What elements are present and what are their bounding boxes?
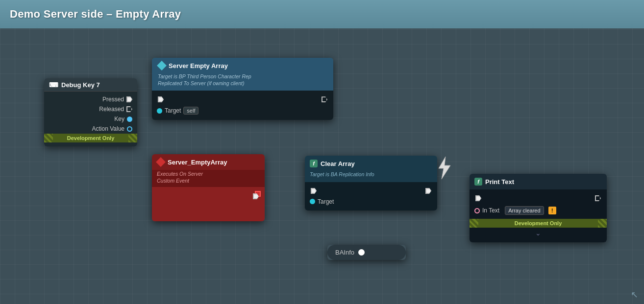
server-event-diamond <box>156 157 166 167</box>
title-bar: Demo Server side – Empty Array <box>0 0 644 28</box>
clear-exec-out <box>425 188 431 194</box>
clear-array-subtitle: Target is BA Replication Info <box>305 171 437 182</box>
chevron-down: ⌄ <box>470 228 607 238</box>
in-text-label: In Text <box>482 207 499 214</box>
key-value-pin <box>127 117 132 122</box>
print-text-body: In Text Array cleared ! Development Only… <box>470 189 607 242</box>
server-empty-array-header: Server Empty Array <box>152 58 333 73</box>
server-event-sub1: Executes On Server <box>157 171 203 177</box>
server-empty-array-title: Server Empty Array <box>169 62 228 70</box>
debug-key-title: Debug Key 7 <box>61 81 100 89</box>
server-empty-array-event-node: Server_EmptyArray Executes On Server Cus… <box>152 154 265 221</box>
sea-target-dot <box>157 108 162 114</box>
sea-exec-in <box>158 96 164 102</box>
clear-exec-in <box>311 188 317 194</box>
clear-target-label: Target <box>318 198 334 205</box>
pressed-exec-pin <box>126 96 132 102</box>
server-empty-array-subtitle: Target is BP Third Person Character Rep … <box>152 73 333 91</box>
corner-indicator: ↖ <box>631 289 638 300</box>
print-func-icon: f <box>474 178 482 186</box>
server-event-header: Server_EmptyArray <box>152 154 265 170</box>
print-text-title: Print Text <box>485 178 514 186</box>
sea-exec-out <box>322 96 327 102</box>
print-exec-out <box>595 195 601 201</box>
diamond-icon <box>157 61 167 70</box>
sea-target-label: Target <box>165 107 181 114</box>
clear-array-title: Clear Array <box>321 160 355 167</box>
print-text-header: f Print Text <box>470 174 607 189</box>
clear-target-pin: Target <box>305 197 437 207</box>
print-dev-only: Development Only <box>470 219 607 228</box>
in-text-dot <box>474 208 480 213</box>
server-empty-array-subtitle2: Replicated To Server (if owning client) <box>158 80 244 86</box>
in-text-pin: In Text Array cleared ! <box>470 204 607 217</box>
pressed-label: Pressed <box>102 96 124 103</box>
server-event-subtitle: Executes On Server Custom Event <box>152 170 265 187</box>
clear-array-node: f Clear Array Target is BA Replication I… <box>305 156 437 210</box>
keyboard-icon: ⌨ <box>49 81 58 89</box>
bainfo-label: BAInfo <box>335 249 354 256</box>
diamond-icon-wrap <box>158 62 166 70</box>
server-empty-array-node: Server Empty Array Target is BP Third Pe… <box>152 58 333 120</box>
bainfo-node: BAInfo <box>327 245 406 260</box>
action-value-value-pin <box>127 126 132 132</box>
key-pin: Key <box>44 114 137 124</box>
debug-key-node: ⌨ Debug Key 7 Pressed Released Key Actio… <box>44 78 137 146</box>
server-empty-array-subtitle1: Target is BP Third Person Character Rep <box>158 73 251 79</box>
in-text-value: Array cleared <box>505 206 544 215</box>
clear-array-header: f Clear Array <box>305 156 437 171</box>
sea-target-pin: Target self <box>152 105 333 116</box>
canvas-background <box>0 0 644 304</box>
key-label: Key <box>114 116 124 122</box>
server-event-title: Server_EmptyArray <box>168 159 227 166</box>
page-title: Demo Server side – Empty Array <box>10 8 181 21</box>
released-pin: Released <box>44 104 137 114</box>
debug-key-body: Pressed Released Key Action Value Develo… <box>44 92 137 146</box>
clear-target-dot <box>310 199 315 204</box>
server-empty-array-body: Target self <box>152 91 333 120</box>
released-label: Released <box>99 106 124 113</box>
print-exec-in <box>475 195 481 201</box>
pressed-pin: Pressed <box>44 94 137 104</box>
warning-icon: ! <box>548 207 556 214</box>
server-event-body <box>152 187 265 221</box>
server-event-sub2: Custom Event <box>157 178 189 184</box>
released-exec-pin <box>126 106 132 112</box>
server-event-diamond-wrap <box>157 158 165 166</box>
svg-marker-0 <box>439 157 450 179</box>
debug-key-header: ⌨ Debug Key 7 <box>44 78 137 92</box>
sea-target-value: self <box>183 107 198 115</box>
print-text-node: f Print Text In Text Array cleared ! Dev… <box>470 174 607 242</box>
debug-key-dev-only: Development Only <box>44 134 137 142</box>
clear-array-body: Target <box>305 182 437 210</box>
bainfo-body: BAInfo <box>327 245 406 260</box>
lightning-icon <box>435 156 454 180</box>
action-value-pin: Action Value <box>44 124 137 134</box>
bainfo-pin <box>358 249 365 256</box>
lightning-area <box>435 156 454 180</box>
action-value-label: Action Value <box>92 125 125 132</box>
clear-func-icon: f <box>310 160 318 167</box>
